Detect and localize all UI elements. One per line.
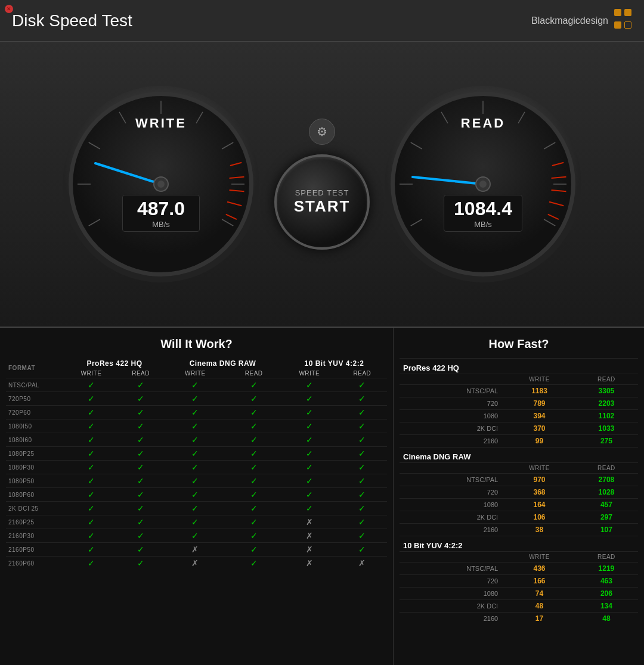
data-area: Will It Work? FORMAT ProRes 422 HQ Cinem… bbox=[0, 328, 644, 665]
list-item: 7207892203 bbox=[400, 397, 638, 410]
gauges-area: WRITE 487.0 MB/s ⚙ SPEED TEST START bbox=[0, 42, 644, 328]
check-cell: ✓ bbox=[65, 515, 117, 529]
check-icon: ✓ bbox=[191, 490, 199, 499]
check-icon: ✓ bbox=[88, 545, 95, 554]
check-icon: ✓ bbox=[137, 517, 144, 527]
close-button[interactable]: ✕ bbox=[5, 5, 13, 13]
check-cell: ✓ bbox=[281, 378, 338, 392]
format-cell: NTSC/PAL bbox=[6, 378, 65, 392]
check-cell: ✓ bbox=[338, 502, 387, 515]
check-icon: ✓ bbox=[250, 558, 258, 568]
list-item: 2K DCI106297 bbox=[400, 511, 638, 524]
codec-group-header: ProRes 422 HQ bbox=[400, 359, 638, 374]
col-header-cell: READ bbox=[575, 374, 638, 385]
row-label: 720 bbox=[400, 575, 504, 588]
table-row: 2160p60✓✓✗✓✗✗ bbox=[6, 557, 387, 570]
read-value: 134 bbox=[575, 600, 638, 613]
check-icon: ✓ bbox=[191, 408, 199, 417]
write-value: 164 bbox=[504, 499, 575, 511]
will-it-work-title: Will It Work? bbox=[6, 337, 387, 351]
check-icon: ✓ bbox=[191, 394, 199, 403]
check-cell: ✓ bbox=[164, 529, 226, 543]
col-write3: WRITE bbox=[281, 369, 338, 378]
list-item: 21601748 bbox=[400, 613, 638, 625]
table-row: 1080p60✓✓✓✓✓✓ bbox=[6, 488, 387, 502]
read-value: 206 bbox=[575, 588, 638, 600]
logo-sq1 bbox=[614, 9, 621, 16]
center-controls: ⚙ SPEED TEST START bbox=[262, 119, 382, 250]
col-header-row: WRITEREAD bbox=[400, 552, 638, 563]
check-icon: ✓ bbox=[306, 476, 313, 486]
check-cell: ✓ bbox=[226, 488, 281, 502]
check-cell: ✓ bbox=[338, 515, 387, 529]
check-icon: ✓ bbox=[358, 380, 366, 390]
check-cell: ✓ bbox=[226, 378, 281, 392]
codec-group-row: Cinema DNG RAW bbox=[400, 448, 638, 463]
check-cell: ✓ bbox=[117, 515, 164, 529]
check-icon: ✓ bbox=[88, 380, 95, 390]
how-fast-title: How Fast? bbox=[400, 337, 638, 351]
check-cell: ✓ bbox=[117, 406, 164, 419]
read-label: READ bbox=[382, 116, 584, 131]
check-cell: ✓ bbox=[226, 419, 281, 433]
check-icon: ✓ bbox=[137, 449, 144, 458]
check-cell: ✓ bbox=[65, 474, 117, 488]
check-cell: ✓ bbox=[65, 378, 117, 392]
check-icon: ✓ bbox=[250, 421, 258, 431]
settings-button[interactable]: ⚙ bbox=[309, 119, 335, 145]
check-cell: ✓ bbox=[164, 502, 226, 515]
check-icon: ✓ bbox=[88, 449, 95, 458]
check-cell: ✓ bbox=[65, 557, 117, 570]
codec-group-header: 10 Bit YUV 4:2:2 bbox=[400, 536, 638, 552]
check-icon: ✓ bbox=[358, 476, 366, 486]
check-cell: ✓ bbox=[281, 488, 338, 502]
col-read3: READ bbox=[338, 369, 387, 378]
check-cell: ✓ bbox=[226, 447, 281, 461]
list-item: 720166463 bbox=[400, 575, 638, 588]
write-value-box: 487.0 MB/s bbox=[122, 195, 200, 232]
read-value: 1028 bbox=[575, 486, 638, 499]
check-icon: ✓ bbox=[137, 504, 144, 513]
check-cell: ✗ bbox=[281, 557, 338, 570]
col-header-cell: WRITE bbox=[504, 552, 575, 563]
check-cell: ✓ bbox=[226, 392, 281, 406]
check-cell: ✓ bbox=[338, 529, 387, 543]
row-label: 2K DCI bbox=[400, 511, 504, 524]
check-icon: ✓ bbox=[88, 517, 95, 527]
check-cell: ✓ bbox=[117, 502, 164, 515]
start-button[interactable]: SPEED TEST START bbox=[274, 154, 370, 250]
check-cell: ✓ bbox=[65, 543, 117, 557]
row-label: 2K DCI bbox=[400, 600, 504, 613]
svg-point-19 bbox=[157, 181, 165, 188]
read-value: 275 bbox=[575, 435, 638, 448]
check-cell: ✓ bbox=[281, 392, 338, 406]
check-cell: ✓ bbox=[65, 447, 117, 461]
write-value: 487.0 bbox=[132, 198, 190, 220]
check-icon: ✓ bbox=[88, 490, 95, 499]
write-value: 17 bbox=[504, 613, 575, 625]
col-header-cell: READ bbox=[575, 552, 638, 563]
check-icon: ✓ bbox=[137, 421, 144, 431]
check-icon: ✓ bbox=[137, 531, 144, 540]
format-cell: 1080p30 bbox=[6, 461, 65, 474]
check-cell: ✗ bbox=[338, 557, 387, 570]
check-cell: ✓ bbox=[117, 433, 164, 447]
check-cell: ✓ bbox=[338, 488, 387, 502]
table-row: 1080p50✓✓✓✓✓✓ bbox=[6, 474, 387, 488]
check-cell: ✓ bbox=[65, 461, 117, 474]
table-row: 1080p30✓✓✓✓✓✓ bbox=[6, 461, 387, 474]
format-cell: 1080p60 bbox=[6, 488, 65, 502]
check-icon: ✓ bbox=[358, 435, 366, 445]
write-value: 99 bbox=[504, 435, 575, 448]
table-row: 1080p25✓✓✓✓✓✓ bbox=[6, 447, 387, 461]
check-cell: ✓ bbox=[338, 447, 387, 461]
check-icon: ✓ bbox=[191, 380, 199, 390]
format-cell: 2160p50 bbox=[6, 543, 65, 557]
check-cell: ✓ bbox=[226, 474, 281, 488]
check-icon: ✓ bbox=[191, 504, 199, 513]
check-cell: ✓ bbox=[281, 461, 338, 474]
format-cell: 2K DCI 25 bbox=[6, 502, 65, 515]
logo-sq3 bbox=[614, 21, 621, 29]
check-cell: ✓ bbox=[281, 419, 338, 433]
check-icon: ✓ bbox=[137, 435, 144, 445]
